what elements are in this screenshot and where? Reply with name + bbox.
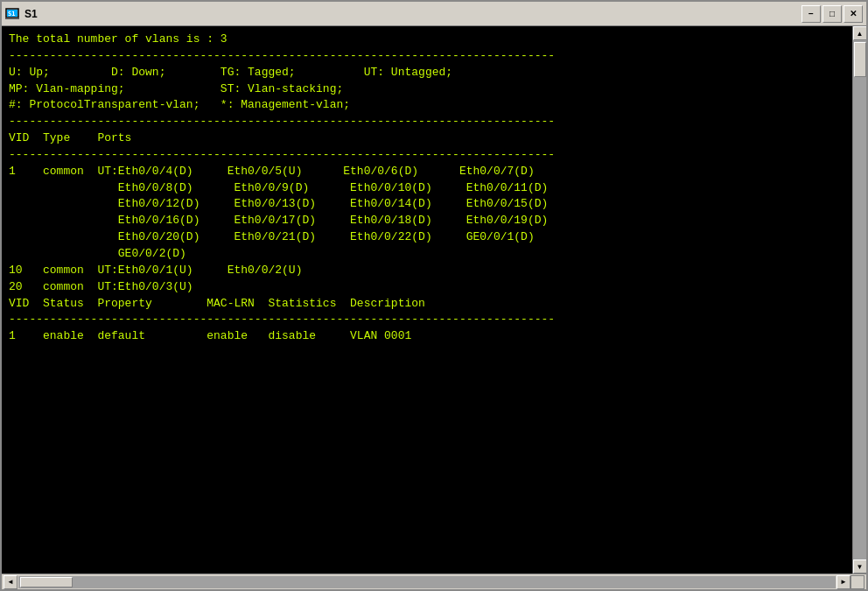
restore-button[interactable]: □ [822, 5, 842, 23]
scroll-right-button[interactable]: ► [836, 575, 850, 589]
bottom-bar: ◄ ► [2, 573, 866, 589]
scroll-down-button[interactable]: ▼ [853, 559, 867, 573]
svg-text:S1: S1 [8, 11, 15, 18]
terminal-content[interactable]: The total number of vlans is : 3--------… [2, 26, 852, 573]
scroll-track-horizontal[interactable] [18, 576, 836, 588]
terminal-window: S1 S1 − □ ✕ The total number of vlans is… [0, 0, 868, 591]
window-title: S1 [24, 8, 38, 20]
svg-rect-2 [5, 18, 19, 19]
title-bar-buttons: − □ ✕ [802, 5, 863, 23]
close-button[interactable]: ✕ [844, 5, 863, 23]
scrollbar-corner [850, 575, 864, 589]
scroll-track-vertical[interactable] [853, 40, 866, 559]
scroll-left-button[interactable]: ◄ [4, 575, 18, 589]
minimize-button[interactable]: − [802, 5, 821, 23]
horizontal-scrollbar[interactable]: ◄ ► [4, 575, 850, 589]
scroll-thumb-horizontal[interactable] [20, 577, 73, 587]
app-icon: S1 [5, 7, 19, 21]
terminal-container: The total number of vlans is : 3--------… [2, 26, 866, 573]
vertical-scrollbar[interactable]: ▲ ▼ [852, 26, 866, 573]
title-bar: S1 S1 − □ ✕ [2, 2, 866, 26]
scroll-thumb-vertical[interactable] [854, 42, 866, 77]
title-bar-left: S1 S1 [5, 7, 38, 21]
scroll-up-button[interactable]: ▲ [853, 26, 867, 40]
